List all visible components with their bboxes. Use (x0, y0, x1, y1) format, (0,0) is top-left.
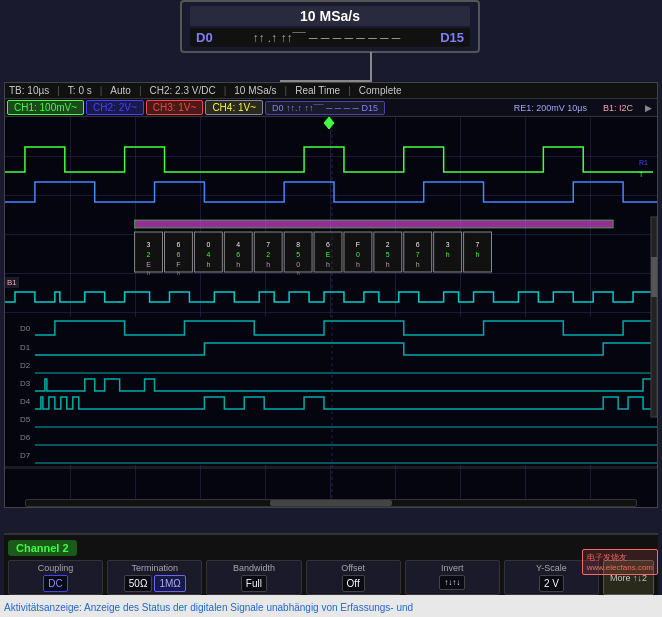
decode-row: 3 2 E h 6 6 F h 0 4 h 4 6 h 7 2 (135, 232, 492, 276)
ch4-button[interactable]: CH4: 1V~ (205, 100, 263, 115)
controls-panel: Channel 2 Coupling DC Termination 50Ω 1M… (4, 533, 658, 597)
ch2-status: CH2: 2.3 V/DC (150, 85, 216, 96)
timebase-display: TB: 10µs (9, 85, 49, 96)
horizontal-scrollbar[interactable] (25, 499, 637, 507)
svg-text:D6: D6 (20, 433, 31, 442)
svg-text:D1: D1 (20, 343, 31, 352)
scroll-indicator: ▶ (642, 102, 655, 114)
watermark: 电子发烧友 www.elecfans.com (582, 549, 658, 575)
svg-text:D7: D7 (20, 451, 31, 460)
complete-status: Complete (359, 85, 402, 96)
digital-button[interactable]: D0 ↑↑.↑ ↑↑¯¯ ─ ─ ─ ─ D15 (265, 101, 385, 115)
channel2-label: Channel 2 (8, 540, 77, 556)
oscilloscope-display: TB: 10µs | T: 0 s | Auto | CH2: 2.3 V/DC… (4, 82, 658, 508)
offset-value[interactable]: Off (342, 575, 365, 592)
svg-text:7: 7 (416, 251, 420, 258)
svg-rect-65 (5, 429, 657, 447)
coupling-control: Coupling DC (8, 560, 103, 595)
ch3-button[interactable]: CH3: 1V~ (146, 100, 204, 115)
waveform-display: 3 2 E h 6 6 F h 0 4 h 4 6 h 7 2 (5, 117, 657, 507)
svg-text:4: 4 (236, 241, 240, 248)
svg-rect-55 (5, 357, 657, 375)
svg-text:h: h (476, 251, 480, 258)
termination-label: Termination (112, 563, 197, 573)
svg-text:h: h (177, 270, 180, 276)
svg-text:F: F (176, 261, 180, 268)
svg-text:h: h (206, 261, 210, 268)
yscale-values: 2 V (509, 575, 594, 592)
svg-text:R1: R1 (639, 159, 648, 166)
watermark-line1: 电子发烧友 (587, 552, 653, 563)
watermark-line2: www.elecfans.com (587, 563, 653, 572)
svg-text:D3: D3 (20, 379, 31, 388)
yscale-value[interactable]: 2 V (539, 575, 564, 592)
svg-rect-75 (651, 257, 657, 297)
svg-text:D5: D5 (20, 415, 31, 424)
channel-header: CH1: 100mV~ CH2: 2V~ CH3: 1V~ CH4: 1V~ D… (5, 99, 657, 117)
svg-text:h: h (296, 270, 299, 276)
svg-text:h: h (147, 270, 150, 276)
bandwidth-control: Bandwidth Full (206, 560, 301, 595)
svg-text:F: F (356, 241, 360, 248)
svg-text:0: 0 (296, 261, 300, 268)
auto-display: Auto (110, 85, 131, 96)
offset-label: Offset (311, 563, 396, 573)
controls-row: Coupling DC Termination 50Ω 1MΩ Bandwidt… (8, 560, 654, 595)
svg-text:2: 2 (266, 251, 270, 258)
invert-value[interactable]: ↑↓↑↓ (439, 575, 465, 590)
offset-control: Offset Off (306, 560, 401, 595)
controls-inner: Channel 2 Coupling DC Termination 50Ω 1M… (4, 535, 658, 597)
svg-text:8: 8 (296, 241, 300, 248)
svg-text:0: 0 (206, 241, 210, 248)
bandwidth-value[interactable]: Full (241, 575, 267, 592)
coupling-value-dc[interactable]: DC (43, 575, 67, 592)
svg-text:2: 2 (386, 241, 390, 248)
svg-text:7: 7 (266, 241, 270, 248)
invert-control: Invert ↑↓↑↓ (405, 560, 500, 595)
svg-text:E: E (326, 251, 331, 258)
termination-1m[interactable]: 1MΩ (154, 575, 185, 592)
bandwidth-values: Full (211, 575, 296, 592)
svg-text:h: h (266, 261, 270, 268)
svg-text:2: 2 (147, 251, 151, 258)
svg-rect-68 (5, 447, 657, 465)
status-footer-text: Aktivitätsanzeige: Anzeige des Status de… (4, 602, 413, 613)
svg-rect-0 (135, 220, 614, 228)
svg-text:D2: D2 (20, 361, 31, 370)
svg-text:h: h (326, 261, 330, 268)
sample-rate-display: 10 MSa/s (190, 6, 470, 26)
time-display: T: 0 s (68, 85, 92, 96)
waveform-svg: 3 2 E h 6 6 F h 0 4 h 4 6 h 7 2 (5, 117, 657, 507)
svg-text:6: 6 (416, 241, 420, 248)
svg-text:h: h (236, 261, 240, 268)
channel-pattern: ↑↑ .↑ ↑↑¯¯ ─ ─ ─ ─ ─ ─ ─ ─ (252, 31, 400, 45)
svg-text:6: 6 (236, 251, 240, 258)
channel-row-display: D0 ↑↑ .↑ ↑↑¯¯ ─ ─ ─ ─ ─ ─ ─ ─ D15 (190, 28, 470, 47)
svg-text:5: 5 (296, 251, 300, 258)
ch1-button[interactable]: CH1: 100mV~ (7, 100, 84, 115)
b1-display: B1: I2C (596, 101, 640, 115)
b1-side-label: B1 (5, 277, 19, 288)
svg-text:h: h (446, 251, 450, 258)
svg-text:E: E (146, 261, 151, 268)
svg-text:D4: D4 (20, 397, 31, 406)
svg-rect-74 (651, 217, 657, 417)
d0-label: D0 (196, 30, 213, 45)
svg-text:3: 3 (147, 241, 151, 248)
svg-text:6: 6 (326, 241, 330, 248)
svg-text:h: h (356, 261, 360, 268)
offset-values: Off (311, 575, 396, 592)
svg-text:4: 4 (206, 251, 210, 258)
scrollbar-thumb[interactable] (270, 500, 392, 506)
termination-50[interactable]: 50Ω (124, 575, 153, 592)
svg-text:6: 6 (177, 251, 181, 258)
termination-values: 50Ω 1MΩ (112, 575, 197, 592)
invert-label: Invert (410, 563, 495, 573)
svg-rect-62 (5, 411, 657, 429)
sample-rate-status: 10 MSa/s (234, 85, 276, 96)
svg-text:7: 7 (476, 241, 480, 248)
re1-display: RE1: 200mV 10µs (507, 101, 594, 115)
invert-values: ↑↓↑↓ (410, 575, 495, 590)
svg-text:h: h (416, 261, 420, 268)
ch2-button[interactable]: CH2: 2V~ (86, 100, 144, 115)
